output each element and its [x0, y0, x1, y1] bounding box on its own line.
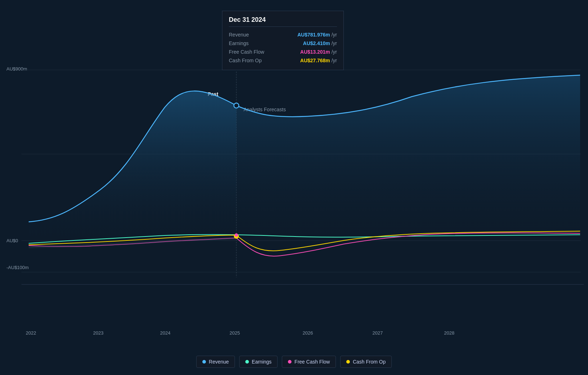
- x-label-2025: 2025: [230, 330, 240, 336]
- x-label-2022: 2022: [26, 330, 36, 336]
- x-label-2028: 2028: [444, 330, 454, 336]
- tooltip-value-fcf: AU$13.201m /yr: [300, 49, 337, 55]
- legend-item-revenue[interactable]: Revenue: [196, 356, 235, 368]
- legend-label-cashop: Cash From Op: [353, 359, 386, 365]
- tooltip-date: Dec 31 2024: [229, 16, 337, 27]
- svg-point-3: [235, 234, 238, 237]
- legend-item-fcf[interactable]: Free Cash Flow: [282, 356, 336, 368]
- tooltip-label-revenue: Revenue: [229, 32, 249, 38]
- chart-container: Dec 31 2024 Revenue AU$781.976m /yr Earn…: [0, 0, 588, 375]
- legend-dot-fcf: [288, 360, 291, 364]
- legend-dot-earnings: [245, 360, 249, 364]
- svg-point-1: [234, 103, 239, 108]
- legend: Revenue Earnings Free Cash Flow Cash Fro…: [196, 356, 392, 368]
- legend-dot-revenue: [202, 360, 206, 364]
- legend-item-cashop[interactable]: Cash From Op: [340, 356, 392, 368]
- tooltip-row-fcf: Free Cash Flow AU$13.201m /yr: [229, 48, 337, 56]
- legend-dot-cashop: [346, 360, 350, 364]
- tooltip-value-cashop: AU$27.768m /yr: [300, 58, 337, 63]
- tooltip-value-earnings: AU$2.410m /yr: [303, 40, 337, 46]
- legend-label-earnings: Earnings: [252, 359, 271, 365]
- tooltip-value-revenue: AU$781.976m /yr: [297, 32, 337, 38]
- tooltip-label-fcf: Free Cash Flow: [229, 49, 264, 55]
- x-label-2026: 2026: [303, 330, 313, 336]
- tooltip-row-cashop: Cash From Op AU$27.768m /yr: [229, 56, 337, 65]
- legend-item-earnings[interactable]: Earnings: [239, 356, 278, 368]
- tooltip-label-earnings: Earnings: [229, 40, 249, 46]
- x-label-2023: 2023: [93, 330, 103, 336]
- x-label-2027: 2027: [372, 330, 383, 336]
- legend-label-fcf: Free Cash Flow: [294, 359, 330, 365]
- tooltip-row-earnings: Earnings AU$2.410m /yr: [229, 39, 337, 48]
- tooltip-row-revenue: Revenue AU$781.976m /yr: [229, 30, 337, 39]
- x-label-2024: 2024: [160, 330, 170, 336]
- legend-label-revenue: Revenue: [209, 359, 229, 365]
- tooltip-label-cashop: Cash From Op: [229, 58, 262, 63]
- tooltip: Dec 31 2024 Revenue AU$781.976m /yr Earn…: [222, 11, 344, 70]
